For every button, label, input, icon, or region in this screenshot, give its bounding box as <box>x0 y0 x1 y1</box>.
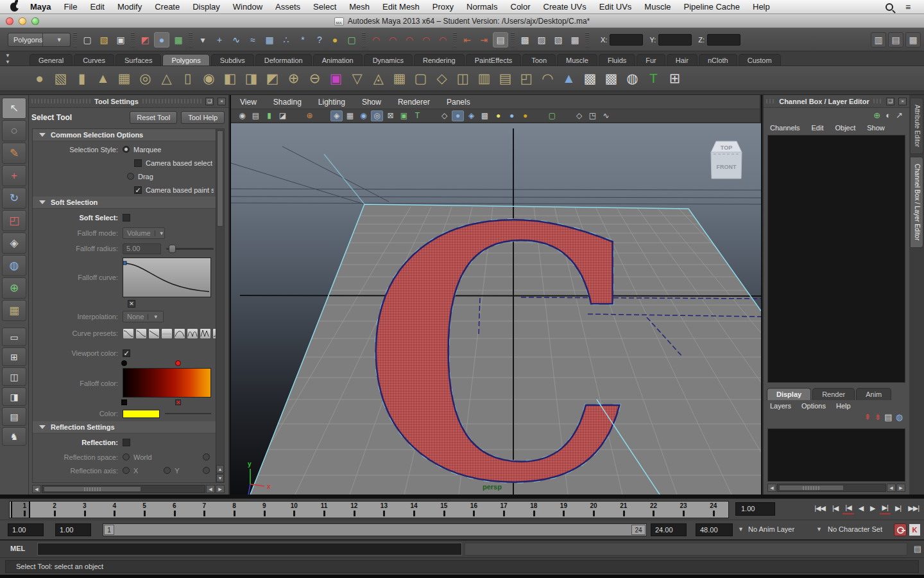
layer-editor-menu-item[interactable]: Help <box>836 402 851 410</box>
highlight-selection-icon[interactable]: ▢ <box>344 32 359 48</box>
outliner-persp-layout-icon[interactable]: ◫ <box>2 367 26 386</box>
select-object-icon[interactable]: ● <box>154 32 169 48</box>
menubar-item[interactable]: File <box>58 2 84 12</box>
frame-tick[interactable]: 9 <box>249 502 279 518</box>
mask-joints-icon[interactable]: ∿ <box>228 32 244 48</box>
new-scene-icon[interactable]: ▢ <box>80 32 95 48</box>
menubar-item[interactable]: Normals <box>460 2 504 12</box>
tool-settings-header[interactable]: Tool Settings ❏ × <box>29 95 228 108</box>
menubar-item[interactable]: Help <box>746 2 776 12</box>
new-empty-layer-icon[interactable]: ▤ <box>884 412 892 422</box>
make-live-icon[interactable]: ◠ <box>435 32 450 48</box>
shelf-tab[interactable]: Fur <box>637 54 665 66</box>
scroll-left-icon[interactable]: ◀ <box>887 484 896 492</box>
animation-start-field[interactable]: 1.00 <box>8 523 44 536</box>
triangulate-icon[interactable]: ◬ <box>368 69 388 89</box>
mask-deformations-icon[interactable]: ∴ <box>278 32 294 48</box>
pane-separator-icon[interactable] <box>533 110 545 121</box>
select-hierarchy-icon[interactable]: ◩ <box>137 32 153 48</box>
resolution-gate-icon[interactable]: ◉ <box>357 110 370 121</box>
render-current-frame-icon[interactable]: ▨ <box>534 32 549 48</box>
menubar-item[interactable]: Color <box>504 2 537 12</box>
poly-plane-icon[interactable]: ▦ <box>114 69 134 89</box>
channel-box-menu-item[interactable]: Channels <box>770 124 800 132</box>
ramp-marker-icon[interactable] <box>121 360 127 366</box>
play-forward-button[interactable]: ▶ <box>868 503 877 514</box>
frame-tick[interactable]: 17 <box>489 502 519 518</box>
manipulator-icon[interactable]: ⊕ <box>873 110 880 120</box>
render-settings-icon[interactable]: ▦ <box>567 32 583 48</box>
open-render-view-icon[interactable]: ▩ <box>517 32 533 48</box>
go-to-end-button[interactable]: ▶▶| <box>905 503 921 514</box>
viewport-menu-item[interactable]: Show <box>362 98 381 107</box>
combine-icon[interactable]: ◧ <box>220 69 240 89</box>
scroll-right-icon[interactable]: ▶ <box>216 485 225 493</box>
select-tool-icon[interactable]: ↖ <box>2 98 26 119</box>
drag-handle[interactable] <box>873 99 882 103</box>
frame-tick[interactable]: 8 <box>219 502 250 518</box>
show-attribute-editor-icon[interactable]: ▥ <box>871 32 886 48</box>
drag-handle[interactable] <box>766 99 775 103</box>
collapse-arrow-icon[interactable] <box>39 200 46 204</box>
reset-tool-button[interactable]: Reset Tool <box>130 111 177 124</box>
pane-separator-icon[interactable] <box>317 110 329 121</box>
shelf-tab[interactable]: Hair <box>667 54 697 66</box>
construction-history-icon[interactable]: ▤ <box>493 32 508 48</box>
frame-tick[interactable]: 16 <box>459 502 489 518</box>
universal-manipulator-icon[interactable]: ◈ <box>2 232 26 254</box>
viewport-menu-item[interactable]: Panels <box>447 98 470 107</box>
use-all-lights-icon[interactable]: ● <box>492 110 504 121</box>
snap-to-point-icon[interactable]: ◠ <box>402 32 417 48</box>
separate-icon[interactable]: ◨ <box>241 69 261 89</box>
layer-editor-menu-item[interactable]: Layers <box>770 402 791 410</box>
curve-preset-icon[interactable] <box>123 328 134 339</box>
current-time-field[interactable]: 1.00 <box>735 502 775 516</box>
c-mesh[interactable]: C <box>361 152 637 495</box>
menubar-item[interactable]: Modify <box>111 2 148 12</box>
show-manipulator-tool-icon[interactable]: ⊕ <box>2 277 26 299</box>
soft-modification-tool-icon[interactable]: ◍ <box>2 255 26 276</box>
play-backward-button[interactable]: ◀ <box>856 503 866 514</box>
step-forward-key-button[interactable]: ▶| <box>880 502 891 514</box>
frame-tick[interactable]: 18 <box>518 502 549 518</box>
coordinate-input[interactable] <box>707 34 740 46</box>
drag-radio[interactable] <box>127 173 134 180</box>
shelf-menu-icon[interactable]: ▼▼ <box>5 53 10 65</box>
boolean-difference-icon[interactable]: ⊖ <box>305 69 325 89</box>
layer-list-scrollbar[interactable]: ◀ ◀ ▶ <box>767 484 905 492</box>
scroll-down-icon[interactable]: ▼ <box>216 474 224 482</box>
viewport-menu-item[interactable]: View <box>240 98 257 107</box>
camera-attributes-icon[interactable]: ▤ <box>250 110 262 121</box>
channel-box-menu-item[interactable]: Object <box>835 124 855 132</box>
scrollbar-thumb[interactable] <box>779 485 844 491</box>
curve-preset-icon[interactable] <box>174 328 185 339</box>
frame-tick[interactable]: 14 <box>399 502 429 518</box>
section-common-selection[interactable]: Common Selection Options <box>33 129 224 141</box>
shelf-tab[interactable]: Curves <box>74 54 114 66</box>
2d-pan-zoom-icon[interactable]: ⊕ <box>304 110 316 121</box>
smooth-shade-icon[interactable]: ● <box>452 110 464 121</box>
exposure-icon[interactable]: ◳ <box>586 110 599 121</box>
command-line-mode-label[interactable]: MEL <box>10 545 25 552</box>
ipr-render-icon[interactable]: ▧ <box>551 32 566 48</box>
frame-tick[interactable]: 12 <box>339 502 369 518</box>
frame-tick[interactable]: 1 <box>10 502 40 518</box>
frame-tick[interactable]: 11 <box>309 502 339 518</box>
bookmarks-icon[interactable]: ▮ <box>263 110 275 121</box>
four-pane-layout-icon[interactable]: ⊞ <box>2 347 26 366</box>
chevron-down-icon[interactable]: ▼ <box>738 526 744 532</box>
drag-handle[interactable] <box>31 99 90 103</box>
ambient-occlusion-icon[interactable]: ● <box>519 110 531 121</box>
mask-handles-icon[interactable]: + <box>212 32 227 48</box>
channel-box-menu-item[interactable]: Show <box>867 124 885 132</box>
shadows-icon[interactable]: ● <box>506 110 518 121</box>
mask-curves-icon[interactable]: ≈ <box>245 32 261 48</box>
collapse-arrow-icon[interactable] <box>39 133 46 137</box>
smooth-icon[interactable]: ▣ <box>326 69 346 89</box>
section-soft-selection[interactable]: Soft Selection <box>33 197 224 209</box>
character-set-selector[interactable]: No Character Set <box>828 525 882 533</box>
scroll-up-icon[interactable]: ▲ <box>216 465 224 473</box>
shelf-tab[interactable]: Dynamics <box>364 54 413 66</box>
menubar-item[interactable]: Proxy <box>426 2 460 12</box>
insert-edge-loop-icon[interactable]: ▥ <box>474 69 494 89</box>
